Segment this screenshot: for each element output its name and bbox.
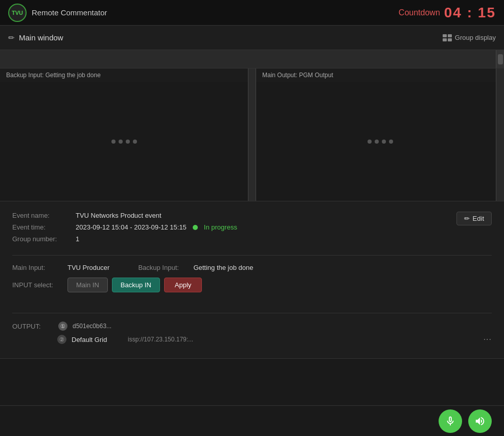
backup-input-label: Backup Input: Getting the job done [0,68,248,82]
dot-3 [126,140,130,144]
dot-4 [133,140,137,144]
main-loading-dots [368,140,393,144]
backup-input-value: Getting the job done [193,264,253,271]
input-select-label: INPUT select: [12,281,63,289]
dot-8 [389,140,393,144]
dot-5 [368,140,372,144]
event-details: Event name: TVU Networks Product event E… [12,212,237,247]
pencil-icon: ✏ [8,33,15,42]
scrollbar-right[interactable] [496,50,504,68]
group-number-value: 1 [76,235,79,243]
main-in-button[interactable]: Main IN [67,278,108,292]
input-section: Main Input: TVU Producer Backup Input: G… [12,264,492,305]
event-name-row: Event name: TVU Networks Product event [12,212,237,219]
output-num-1: ① [58,322,67,331]
main-output-panel: Main Output: PGM Output [256,68,504,201]
microphone-icon [445,416,456,427]
event-info-section: Event name: TVU Networks Product event E… [0,201,504,359]
main-input-value: TVU Producer [67,264,109,271]
section-title: ✏ Main window [8,33,63,42]
group-display-icon [443,34,452,41]
speaker-icon [474,416,486,427]
event-group-row: Group number: 1 [12,235,237,243]
output-label: OUTPUT: [12,323,53,330]
main-output-label: Main Output: PGM Output [256,68,504,82]
top-bar [0,50,504,68]
event-time-label: Event time: [12,223,74,231]
output-section: OUTPUT: ① d501ec0b63... ② Default Grid i… [12,322,492,344]
status-text: In progress [204,223,237,231]
svg-rect-1 [448,34,452,37]
more-options-button[interactable]: ··· [484,335,492,344]
main-window-title: Main window [19,33,63,42]
edit-button[interactable]: ✏ Edit [456,212,492,225]
event-time-value: 2023-09-12 15:04 - 2023-09-12 15:15 [76,223,187,231]
output-id: d501ec0b63... [73,323,111,330]
app-title: Remote Commentator [32,8,107,17]
divider-1 [12,255,492,256]
edit-icon: ✏ [464,215,470,222]
microphone-button[interactable] [439,409,462,433]
backup-input-label: Backup Input: [138,264,189,271]
video-scrollbar[interactable] [496,68,504,201]
speaker-button[interactable] [468,409,492,433]
event-name-label: Event name: [12,212,74,219]
edit-label: Edit [473,215,484,222]
output-item-row: ② Default Grid issp://107.23.150.179:...… [12,335,492,344]
dot-2 [119,140,123,144]
countdown-timer: 04 : 15 [444,5,496,21]
svg-rect-0 [443,34,447,37]
app-header: TVU Remote Commentator Countdown 04 : 15 [0,0,504,26]
backup-loading-dots [111,140,137,144]
scrollbar-thumb [498,54,503,64]
countdown-area: Countdown 04 : 15 [399,5,496,21]
dot-7 [382,140,386,144]
group-display-button[interactable]: Group display [443,34,496,41]
group-display-label: Group display [455,34,496,41]
countdown-separator: : [467,5,473,20]
panel-divider [248,68,256,201]
countdown-minutes: 04 [444,5,462,20]
section-header: ✏ Main window Group display [0,26,504,50]
bottom-action-bar [0,405,504,436]
output-name: Default Grid [72,336,123,343]
divider-2 [12,313,492,313]
main-input-label: Main Input: [12,264,63,271]
backup-input-panel: Backup Input: Getting the job done [0,68,248,201]
tvu-logo: TVU [8,4,27,22]
event-name-value: TVU Networks Product event [76,212,162,219]
event-time-row: Event time: 2023-09-12 15:04 - 2023-09-1… [12,223,237,231]
video-panels: Backup Input: Getting the job done Main … [0,68,504,201]
countdown-seconds: 15 [478,5,496,20]
svg-rect-3 [448,38,452,41]
output-header-row: OUTPUT: ① d501ec0b63... [12,322,492,331]
apply-button[interactable]: Apply [164,278,202,292]
header-left: TVU Remote Commentator [8,4,107,22]
backup-in-button[interactable]: Backup IN [112,278,160,292]
event-info-header: Event name: TVU Networks Product event E… [12,212,492,247]
group-number-label: Group number: [12,235,74,243]
input-names-row: Main Input: TVU Producer Backup Input: G… [12,264,492,271]
dot-6 [375,140,379,144]
dot-1 [111,140,116,144]
main-output-video [256,82,504,201]
backup-input-video [0,82,248,201]
svg-rect-2 [443,38,447,41]
input-select-row: INPUT select: Main IN Backup IN Apply [12,278,492,292]
countdown-label: Countdown [399,8,440,17]
output-num-2: ② [57,335,66,344]
status-indicator [193,225,198,230]
output-url: issp://107.23.150.179:... [128,336,478,343]
